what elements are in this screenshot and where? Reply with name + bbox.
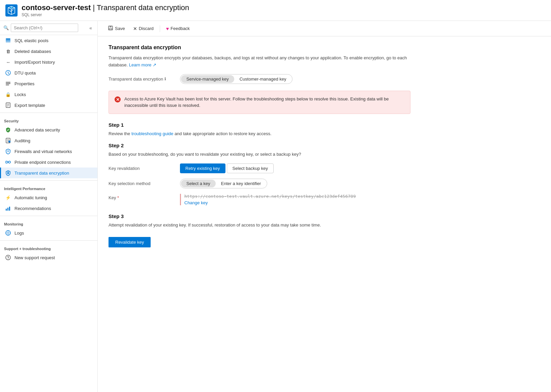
- enter-identifier-option[interactable]: Enter a key identifier: [216, 180, 267, 187]
- sidebar-item-recommendations[interactable]: Recommendations: [0, 203, 97, 214]
- page-heading: contoso-server-test | Transparent data e…: [22, 3, 189, 12]
- revalidate-key-button[interactable]: Revalidate key: [109, 237, 151, 247]
- key-field-label: Key *: [109, 194, 176, 200]
- sidebar-item-label: Locks: [14, 92, 26, 97]
- sidebar-item-label: New support request: [14, 255, 55, 260]
- sidebar-item-advanced-data-security[interactable]: Advanced data security: [0, 124, 97, 135]
- sidebar-item-export-template[interactable]: Export template: [0, 100, 97, 111]
- key-revalidation-label: Key revalidation: [109, 166, 176, 171]
- sidebar-item-dtu-quota[interactable]: DTU quota: [0, 67, 97, 78]
- svg-rect-8: [6, 85, 9, 85]
- sidebar-item-sql-elastic-pools[interactable]: SQL elastic pools: [0, 35, 97, 46]
- step1-title: Step 1: [109, 122, 410, 128]
- section-title: Transparent data encryption: [109, 44, 410, 51]
- sidebar-item-label: Export template: [14, 103, 45, 108]
- sidebar-item-label: DTU quota: [14, 70, 36, 76]
- svg-rect-14: [7, 173, 9, 174]
- learn-more-label: Learn more: [129, 62, 151, 67]
- firewall-icon: [5, 148, 11, 154]
- step2-description: Based on your troubleshooting, do you wa…: [109, 151, 410, 158]
- alert-error-icon: ✕: [114, 96, 121, 104]
- svg-point-21: [8, 259, 8, 259]
- key-selection-method-label: Key selection method: [109, 181, 176, 186]
- svg-point-13: [8, 161, 10, 163]
- svg-point-19: [7, 232, 9, 234]
- save-label: Save: [115, 26, 125, 31]
- page-title: Transparent data encryption: [97, 3, 189, 12]
- service-managed-key-option[interactable]: Service-managed key: [181, 75, 234, 83]
- sidebar-item-automatic-tuning[interactable]: ⚡ Automatic tuning: [0, 192, 97, 203]
- select-backup-key-button[interactable]: Select backup key: [227, 163, 274, 173]
- sidebar-item-label: Firewalls and virtual networks: [14, 149, 72, 154]
- sidebar: 🔍 « SQL elastic pools 🗑 Deleted database…: [0, 21, 98, 392]
- page-content: Transparent data encryption Transparent …: [98, 36, 421, 255]
- info-icon[interactable]: ℹ: [164, 77, 166, 81]
- sidebar-item-label: Automatic tuning: [14, 195, 47, 200]
- sidebar-item-private-endpoint[interactable]: Private endpoint connections: [0, 157, 97, 168]
- sidebar-item-transparent-data-encryption[interactable]: Transparent data encryption: [0, 168, 97, 178]
- sidebar-item-label: Deleted databases: [14, 49, 51, 54]
- search-input[interactable]: [11, 24, 78, 32]
- page-description: Transparent data encryption encrypts you…: [109, 55, 410, 69]
- server-name: contoso-server-test: [22, 3, 91, 12]
- encrypt-icon: [5, 170, 11, 176]
- svg-rect-17: [9, 207, 10, 211]
- template-icon: [5, 102, 11, 108]
- learn-more-link[interactable]: Learn more ↗: [129, 62, 156, 67]
- bolt-icon: ⚡: [5, 194, 11, 201]
- required-marker: *: [117, 195, 119, 200]
- feedback-label: Feedback: [171, 26, 190, 31]
- sidebar-item-label: Auditing: [14, 138, 30, 143]
- reco-icon: [5, 205, 11, 211]
- key-value-text: https://contoso-test.vault.azure.net/key…: [184, 194, 356, 199]
- feedback-button[interactable]: ♥ Feedback: [163, 24, 193, 33]
- properties-icon: [5, 81, 11, 87]
- trash-icon: 🗑: [5, 48, 11, 54]
- sidebar-item-label: SQL elastic pools: [14, 38, 49, 43]
- toolbar-divider: [160, 25, 160, 32]
- sidebar-item-logs[interactable]: Logs: [0, 228, 97, 238]
- svg-rect-2: [6, 38, 10, 40]
- intelligent-divider: [0, 180, 97, 181]
- step1-desc-text: Review the: [109, 131, 130, 136]
- key-method-row: Key selection method Select a key Enter …: [109, 179, 410, 188]
- step3-description: Attempt revalidation of your existing ke…: [109, 222, 410, 229]
- svg-rect-16: [7, 208, 8, 211]
- header-title-block: contoso-server-test | Transparent data e…: [22, 3, 189, 17]
- sidebar-search-area: 🔍 «: [0, 21, 97, 35]
- svg-rect-3: [6, 40, 10, 41]
- key-field-row: Key * https://contoso-test.vault.azure.n…: [109, 194, 410, 205]
- svg-point-11: [8, 141, 10, 143]
- shield-icon: [5, 127, 11, 133]
- discard-button[interactable]: ✕ Discard: [130, 24, 157, 33]
- sidebar-item-firewalls[interactable]: Firewalls and virtual networks: [0, 146, 97, 157]
- collapse-button[interactable]: «: [87, 25, 94, 31]
- sidebar-item-new-support-request[interactable]: New support request: [0, 252, 97, 263]
- save-icon: [108, 25, 113, 32]
- alert-box: ✕ Access to Azure Key Vault has been los…: [109, 91, 410, 114]
- svg-rect-23: [110, 26, 112, 27]
- import-icon: ↔: [5, 59, 11, 65]
- change-key-link[interactable]: Change key: [184, 200, 208, 205]
- toolbar: Save ✕ Discard ♥ Feedback: [98, 21, 551, 36]
- sidebar-item-label: Private endpoint connections: [14, 160, 71, 165]
- troubleshooting-guide-link[interactable]: troubleshooting guide: [131, 131, 175, 136]
- sidebar-item-locks[interactable]: 🔒 Locks: [0, 89, 97, 100]
- svg-point-1: [11, 7, 12, 8]
- quota-icon: [5, 70, 11, 76]
- sidebar-item-deleted-databases[interactable]: 🗑 Deleted databases: [0, 46, 97, 57]
- retry-existing-key-button[interactable]: Retry existing key: [180, 163, 225, 173]
- sidebar-item-label: Transparent data encryption: [14, 171, 69, 176]
- sidebar-item-import-export[interactable]: ↔ Import/Export history: [0, 57, 97, 67]
- select-key-option[interactable]: Select a key: [181, 180, 216, 187]
- key-revalidation-row: Key revalidation Retry existing key Sele…: [109, 163, 410, 173]
- sidebar-item-auditing[interactable]: Auditing: [0, 135, 97, 146]
- intelligent-section-label: Intelligent Performance: [0, 183, 97, 192]
- sidebar-item-label: Advanced data security: [14, 127, 60, 132]
- save-button[interactable]: Save: [104, 24, 128, 33]
- separator: |: [93, 3, 97, 12]
- customer-managed-key-option[interactable]: Customer-managed key: [234, 75, 292, 83]
- troubleshooting-link-label: troubleshooting guide: [131, 131, 173, 136]
- sidebar-item-properties[interactable]: Properties: [0, 78, 97, 89]
- sidebar-item-label: Recommendations: [14, 206, 51, 211]
